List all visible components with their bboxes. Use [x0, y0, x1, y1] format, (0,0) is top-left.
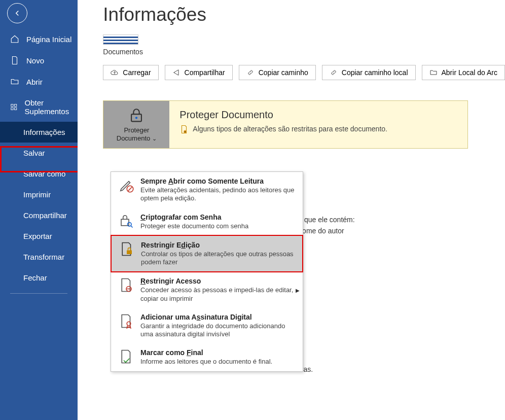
sidebar-item-close[interactable]: Fechar: [0, 267, 78, 288]
svg-rect-2: [11, 108, 13, 110]
menu-item-encrypt[interactable]: Criptografar com SenhaProteger este docu…: [111, 208, 303, 235]
sidebar-item-home[interactable]: Página Inicial: [0, 28, 78, 50]
menu-title: Sempre Abrir como Somente Leitura: [140, 177, 296, 185]
sidebar-item-share[interactable]: Compartilhar: [0, 205, 78, 226]
sidebar-label: Informações: [23, 128, 65, 136]
svg-rect-11: [127, 250, 132, 254]
document-thumbnail[interactable]: Documentos: [103, 34, 505, 56]
lock-icon: [128, 107, 145, 124]
menu-desc: Controlar os tipos de alterações que out…: [141, 250, 295, 267]
menu-title: Restringir Acesso: [140, 277, 296, 285]
info-toolbar: Carregar Compartilhar Copiar caminho Cop…: [103, 65, 505, 80]
menu-title: Restringir Edição: [141, 241, 295, 249]
svg-rect-0: [11, 104, 13, 107]
sidebar-label: Novo: [26, 56, 44, 65]
panel-title: Proteger Documento: [179, 109, 457, 121]
menu-desc: Informe aos leitores que o documento é f…: [140, 358, 296, 366]
open-location-button[interactable]: Abrir Local do Arc: [422, 65, 506, 80]
sidebar-item-info[interactable]: Informações: [0, 122, 78, 143]
menu-desc: Proteger este documento com senha: [140, 222, 296, 230]
protect-document-button[interactable]: Proteger Documento ⌄: [103, 101, 169, 148]
doc-location: Documentos: [103, 48, 143, 56]
home-icon: [10, 34, 19, 44]
menu-item-restrict-editing[interactable]: Restringir EdiçãoControlar os tipos de a…: [111, 235, 303, 273]
svg-point-5: [135, 117, 137, 119]
menu-title: Marcar como Final: [140, 348, 296, 357]
pencil-no-icon: [119, 178, 134, 193]
doc-warning-icon: [179, 125, 189, 134]
protect-document-menu: Sempre Abrir como Somente LeituraEvite a…: [111, 171, 303, 372]
sidebar-item-transform[interactable]: Transformar: [0, 247, 78, 267]
panel-body: Proteger Documento Alguns tipos de alter…: [169, 101, 467, 148]
doc-block-icon: [119, 277, 134, 293]
doc-lock-icon: [119, 241, 134, 257]
back-button[interactable]: [7, 3, 27, 23]
menu-item-readonly[interactable]: Sempre Abrir como Somente LeituraEvite a…: [111, 172, 303, 208]
cloud-upload-icon: [111, 68, 119, 77]
protect-document-panel: Proteger Documento ⌄ Proteger Documento …: [103, 100, 468, 149]
share-button[interactable]: Compartilhar: [165, 65, 233, 80]
upload-button[interactable]: Carregar: [103, 65, 158, 80]
doc-final-icon: [119, 349, 134, 364]
sidebar-label: Abrir: [26, 78, 43, 86]
button-label: Copiar caminho: [259, 68, 308, 77]
sidebar-label: Página Inicial: [26, 35, 71, 44]
button-label: Copiar caminho local: [342, 68, 408, 77]
doc-ribbon-icon: [119, 313, 134, 329]
back-arrow-icon: [13, 9, 22, 18]
folder-open-icon: [10, 77, 19, 86]
submenu-arrow-icon: ▶: [296, 287, 300, 293]
svg-rect-7: [185, 131, 186, 132]
panel-desc: Alguns tipos de alterações são restritas…: [193, 125, 387, 133]
menu-title: Adicionar uma Assinatura Digital: [140, 313, 296, 321]
sidebar-divider: [10, 293, 67, 294]
sidebar-item-print[interactable]: Imprimir: [0, 184, 78, 205]
button-label: Compartilhar: [185, 68, 225, 77]
backstage-sidebar: Página Inicial Novo Abrir Obter Suplemen…: [0, 0, 78, 420]
menu-desc: Garantir a integridade do documento adic…: [140, 322, 296, 339]
sidebar-item-export[interactable]: Exportar: [0, 226, 78, 247]
sidebar-item-addins[interactable]: Obter Suplementos: [0, 92, 78, 122]
svg-rect-3: [15, 108, 17, 110]
folder-icon: [429, 68, 438, 77]
link-icon: [246, 68, 255, 77]
copy-path-button[interactable]: Copiar caminho: [239, 65, 316, 80]
addins-icon: [10, 102, 18, 112]
sidebar-item-new[interactable]: Novo: [0, 50, 78, 71]
lock-key-icon: [119, 214, 134, 229]
link-icon: [330, 68, 338, 77]
new-doc-icon: [10, 56, 19, 65]
sidebar-label: Exportar: [23, 232, 52, 240]
sidebar-label: Obter Suplementos: [25, 98, 78, 116]
sidebar-label: Compartilhar: [23, 211, 67, 220]
button-label: Abrir Local do Arc: [442, 68, 498, 77]
menu-title: Criptografar com Senha: [140, 213, 296, 221]
sidebar-label: Imprimir: [23, 190, 51, 199]
bg-text: nome do autor: [298, 227, 344, 235]
menu-item-restrict-access[interactable]: Restringir AcessoConceder acesso às pess…: [111, 272, 303, 308]
menu-item-mark-final[interactable]: Marcar como FinalInforme aos leitores qu…: [111, 343, 303, 371]
tutorial-highlight-info: [0, 146, 83, 172]
sidebar-item-open[interactable]: Abrir: [0, 71, 78, 92]
bg-text: a que ele contém:: [298, 216, 354, 224]
doc-preview-icon: [103, 34, 138, 45]
sidebar-label: Fechar: [23, 273, 47, 282]
button-label: Carregar: [123, 68, 151, 77]
menu-desc: Conceder acesso às pessoas e impedi-las …: [140, 286, 296, 303]
share-icon: [172, 68, 181, 77]
button-label: Proteger Documento ⌄: [106, 126, 166, 142]
sidebar-label: Transformar: [23, 253, 64, 261]
copy-local-path-button[interactable]: Copiar caminho local: [322, 65, 416, 80]
menu-desc: Evite alterações acidentais, pedindo aos…: [140, 186, 296, 203]
page-title: Informações: [103, 4, 505, 25]
svg-rect-1: [15, 104, 17, 107]
menu-item-digital-signature[interactable]: Adicionar uma Assinatura DigitalGarantir…: [111, 308, 303, 344]
